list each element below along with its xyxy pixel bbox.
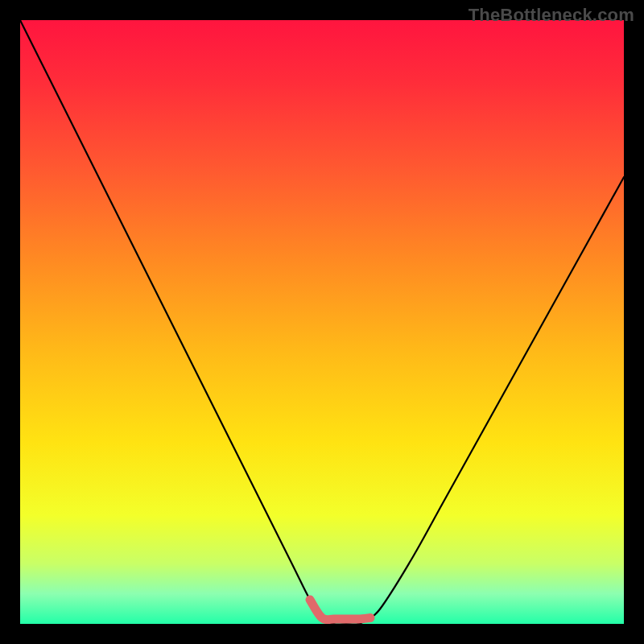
- highlight-zone: [310, 600, 370, 620]
- watermark-text: TheBottleneck.com: [469, 5, 634, 26]
- curve-layer: [20, 20, 624, 624]
- chart-stage: TheBottleneck.com: [0, 0, 644, 644]
- plot-area: [20, 20, 624, 624]
- bottleneck-curve: [20, 20, 624, 624]
